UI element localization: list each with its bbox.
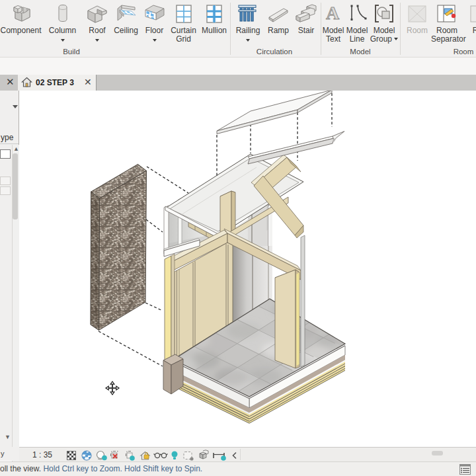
svg-text:A: A: [326, 3, 340, 23]
